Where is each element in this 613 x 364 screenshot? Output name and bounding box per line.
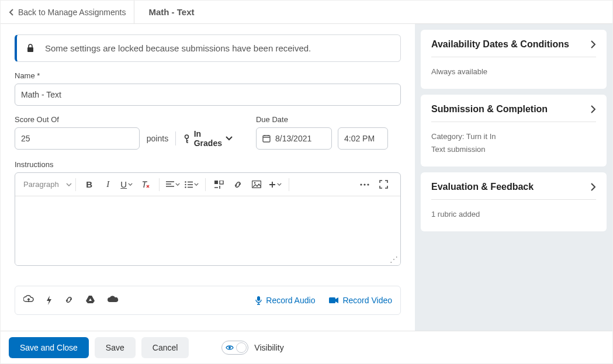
svg-rect-6 bbox=[214, 181, 218, 184]
svg-point-11 bbox=[363, 183, 365, 185]
availability-panel-title: Availability Dates & Conditions bbox=[431, 39, 569, 50]
chevron-left-icon bbox=[9, 9, 15, 16]
eye-icon bbox=[226, 345, 234, 351]
instructions-textarea[interactable] bbox=[15, 196, 400, 265]
instructions-label: Instructions bbox=[15, 160, 401, 169]
in-grades-dropdown[interactable]: In Grades bbox=[183, 129, 233, 148]
points-label: points bbox=[147, 134, 168, 143]
availability-panel-toggle[interactable]: Availability Dates & Conditions bbox=[431, 39, 596, 57]
visibility-label: Visibility bbox=[254, 343, 283, 352]
insert-more-button[interactable] bbox=[266, 176, 284, 193]
visibility-toggle[interactable] bbox=[221, 341, 248, 355]
submission-category: Category: Turn it In bbox=[431, 130, 596, 143]
due-date-value: 8/13/2021 bbox=[275, 134, 311, 143]
name-label: Name * bbox=[15, 71, 401, 80]
name-input[interactable] bbox=[15, 84, 401, 106]
locked-settings-banner: Some settings are locked because submiss… bbox=[15, 34, 401, 62]
back-label: Back to Manage Assignments bbox=[18, 8, 126, 17]
score-label: Score Out Of bbox=[15, 115, 233, 124]
chevron-right-icon bbox=[591, 105, 596, 113]
in-grades-label: In Grades bbox=[194, 129, 222, 148]
submission-type: Text submission bbox=[431, 143, 596, 156]
record-video-label: Record Video bbox=[342, 296, 392, 305]
availability-summary: Always available bbox=[431, 65, 596, 78]
microphone-icon bbox=[255, 296, 262, 305]
cancel-button[interactable]: Cancel bbox=[141, 337, 189, 358]
evaluation-panel-toggle[interactable]: Evaluation & Feedback bbox=[431, 182, 596, 200]
calendar-icon bbox=[262, 134, 271, 143]
svg-point-9 bbox=[254, 182, 255, 184]
due-date-picker[interactable]: 8/13/2021 bbox=[256, 127, 332, 150]
svg-rect-13 bbox=[257, 296, 260, 301]
due-time-picker[interactable]: 4:02 PM bbox=[338, 127, 388, 150]
svg-point-1 bbox=[185, 135, 188, 138]
svg-point-3 bbox=[185, 181, 186, 182]
video-camera-icon bbox=[329, 297, 339, 304]
insert-stuff-button[interactable] bbox=[210, 176, 228, 193]
evaluation-summary: 1 rubric added bbox=[431, 208, 596, 221]
attach-link-button[interactable] bbox=[64, 295, 74, 306]
back-to-manage-link[interactable]: Back to Manage Assignments bbox=[1, 1, 134, 23]
google-drive-button[interactable] bbox=[85, 295, 95, 306]
record-video-button[interactable]: Record Video bbox=[329, 296, 392, 305]
svg-point-10 bbox=[360, 183, 362, 185]
separator bbox=[175, 131, 176, 145]
svg-rect-7 bbox=[220, 181, 223, 184]
submission-panel-toggle[interactable]: Submission & Completion bbox=[431, 104, 596, 122]
clear-format-button[interactable] bbox=[137, 176, 154, 193]
key-icon bbox=[183, 134, 191, 143]
fullscreen-button[interactable] bbox=[375, 176, 392, 193]
svg-point-4 bbox=[185, 183, 186, 185]
svg-rect-2 bbox=[263, 136, 270, 142]
italic-button[interactable]: I bbox=[99, 176, 117, 193]
bold-button[interactable]: B bbox=[81, 176, 98, 193]
svg-rect-14 bbox=[329, 297, 335, 303]
record-audio-button[interactable]: Record Audio bbox=[255, 296, 315, 305]
align-button[interactable] bbox=[164, 176, 182, 193]
chevron-down-icon bbox=[226, 136, 233, 141]
svg-point-5 bbox=[185, 186, 186, 188]
due-date-label: Due Date bbox=[256, 115, 388, 124]
evaluation-panel-title: Evaluation & Feedback bbox=[431, 182, 534, 192]
submission-panel-title: Submission & Completion bbox=[431, 104, 548, 115]
save-and-close-button[interactable]: Save and Close bbox=[9, 337, 89, 358]
save-button[interactable]: Save bbox=[95, 337, 136, 358]
upload-file-button[interactable] bbox=[23, 295, 34, 306]
underline-button[interactable]: U bbox=[118, 176, 136, 193]
due-time-value: 4:02 PM bbox=[344, 134, 375, 143]
chevron-right-icon bbox=[591, 40, 596, 48]
paragraph-style-label: Paragraph bbox=[23, 180, 59, 189]
quicklink-button[interactable] bbox=[46, 295, 53, 306]
locked-banner-message: Some settings are locked because submiss… bbox=[45, 43, 311, 53]
svg-point-15 bbox=[228, 346, 231, 349]
svg-point-12 bbox=[367, 183, 369, 185]
chevron-down-icon bbox=[66, 183, 72, 186]
onedrive-button[interactable] bbox=[107, 295, 119, 306]
record-audio-label: Record Audio bbox=[266, 296, 315, 305]
page-title: Math - Text bbox=[134, 1, 208, 23]
insert-image-button[interactable] bbox=[248, 176, 265, 193]
paragraph-style-select[interactable]: Paragraph bbox=[20, 180, 74, 189]
list-button[interactable] bbox=[183, 176, 200, 193]
more-toolbar-button[interactable] bbox=[356, 176, 373, 193]
lock-icon bbox=[26, 44, 34, 53]
chevron-right-icon bbox=[591, 183, 596, 191]
svg-rect-0 bbox=[27, 47, 33, 52]
score-input[interactable] bbox=[15, 127, 140, 150]
rich-text-editor: Paragraph B I U bbox=[15, 172, 401, 266]
insert-link-button[interactable] bbox=[229, 176, 247, 193]
attachment-bar: Record Audio Record Video bbox=[15, 286, 401, 315]
